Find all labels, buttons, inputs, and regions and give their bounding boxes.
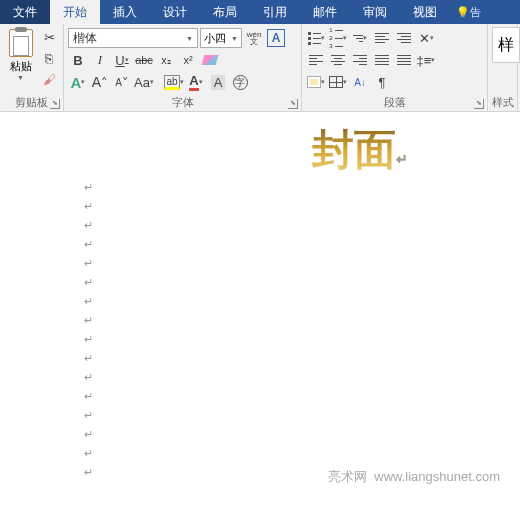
distributed-button[interactable]: [394, 50, 414, 70]
group-styles-label: 样式: [488, 95, 517, 110]
font-size-combo[interactable]: 小四▼: [200, 28, 242, 48]
paragraph-launcher[interactable]: ⬊: [474, 99, 484, 109]
clipboard-icon: [9, 29, 33, 57]
phonetic-guide-button[interactable]: wén文: [244, 28, 264, 48]
superscript-button[interactable]: x²: [178, 50, 198, 70]
text-effects-button[interactable]: A▾: [68, 72, 88, 92]
sort-button[interactable]: A↓: [350, 72, 370, 92]
asian-icon: ✕: [419, 31, 430, 46]
shading-icon: [307, 76, 321, 88]
style-normal[interactable]: 样: [492, 27, 520, 63]
clipboard-launcher[interactable]: ⬊: [50, 99, 60, 109]
italic-button[interactable]: I: [90, 50, 110, 70]
paste-button[interactable]: 粘贴 ▼: [4, 27, 37, 89]
line-spacing-button[interactable]: ‡≡▾: [416, 50, 436, 70]
highlight-button[interactable]: ab▾: [164, 72, 184, 92]
indent-icon: [397, 33, 411, 43]
show-marks-button[interactable]: ¶: [372, 72, 392, 92]
tab-home[interactable]: 开始: [50, 0, 100, 24]
scissors-icon: ✂: [44, 30, 55, 45]
tell-me[interactable]: 💡告: [450, 5, 481, 20]
copy-icon: ⎘: [45, 51, 53, 66]
bold-button[interactable]: B: [68, 50, 88, 70]
subscript-button[interactable]: x₂: [156, 50, 176, 70]
borders-button[interactable]: ▾: [328, 72, 348, 92]
enclose-char-button[interactable]: 字: [230, 72, 250, 92]
tab-insert[interactable]: 插入: [100, 0, 150, 24]
bullets-button[interactable]: ▾: [306, 28, 326, 48]
char-shading-button[interactable]: A: [208, 72, 228, 92]
align-left-icon: [309, 55, 323, 65]
font-color-icon: A: [189, 73, 198, 91]
grow-font-button[interactable]: A˄: [90, 72, 110, 92]
align-center-icon: [331, 55, 345, 65]
char-border-button[interactable]: A: [266, 28, 286, 48]
brush-icon: 🖌: [43, 72, 56, 87]
bullets-icon: [308, 32, 321, 45]
multilevel-icon: [353, 35, 363, 42]
justify-icon: [375, 55, 389, 65]
change-case-button[interactable]: Aa▾: [134, 72, 154, 92]
tab-layout[interactable]: 布局: [200, 0, 250, 24]
group-paragraph-label: 段落: [302, 95, 487, 110]
shrink-font-button[interactable]: A˅: [112, 72, 132, 92]
group-font-label: 字体: [64, 95, 301, 110]
increase-indent-button[interactable]: [394, 28, 414, 48]
tab-view[interactable]: 视图: [400, 0, 450, 24]
numbering-icon: 123: [329, 27, 342, 49]
sort-icon: A↓: [354, 77, 366, 88]
copy-button[interactable]: ⎘: [39, 48, 59, 68]
distributed-icon: [397, 55, 411, 65]
align-center-button[interactable]: [328, 50, 348, 70]
outdent-icon: [375, 33, 389, 43]
multilevel-button[interactable]: ▾: [350, 28, 370, 48]
clear-format-button[interactable]: [200, 50, 220, 70]
cover-title: 封面↵: [280, 122, 440, 178]
eraser-icon: [202, 55, 219, 65]
spacing-icon: ‡≡: [417, 53, 432, 68]
align-left-button[interactable]: [306, 50, 326, 70]
align-right-icon: [353, 55, 367, 65]
strikethrough-button[interactable]: abc: [134, 50, 154, 70]
tab-design[interactable]: 设计: [150, 0, 200, 24]
font-name-combo[interactable]: 楷体▼: [68, 28, 198, 48]
font-color-button[interactable]: A▾: [186, 72, 206, 92]
underline-button[interactable]: U▾: [112, 50, 132, 70]
pilcrow-icon: ¶: [379, 75, 386, 90]
tab-mailings[interactable]: 邮件: [300, 0, 350, 24]
format-painter-button[interactable]: 🖌: [39, 69, 59, 89]
shading-button[interactable]: ▾: [306, 72, 326, 92]
font-launcher[interactable]: ⬊: [288, 99, 298, 109]
tab-review[interactable]: 审阅: [350, 0, 400, 24]
asian-layout-button[interactable]: ✕▾: [416, 28, 436, 48]
phonetic-icon: wén文: [247, 31, 262, 45]
decrease-indent-button[interactable]: [372, 28, 392, 48]
document-area[interactable]: 封面↵ ↵↵↵↵↵↵↵↵↵↵↵↵↵↵↵↵ 亮术网 www.liangshunet…: [0, 112, 520, 492]
numbering-button[interactable]: 123▾: [328, 28, 348, 48]
tab-references[interactable]: 引用: [250, 0, 300, 24]
align-right-button[interactable]: [350, 50, 370, 70]
justify-button[interactable]: [372, 50, 392, 70]
watermark: 亮术网 www.liangshunet.com: [328, 468, 500, 486]
border-a-icon: A: [267, 29, 285, 47]
paragraph-marks: ↵↵↵↵↵↵↵↵↵↵↵↵↵↵↵↵: [84, 178, 440, 482]
borders-icon: [329, 76, 343, 88]
tab-file[interactable]: 文件: [0, 0, 50, 24]
highlight-icon: ab: [164, 75, 179, 90]
cut-button[interactable]: ✂: [39, 27, 59, 47]
